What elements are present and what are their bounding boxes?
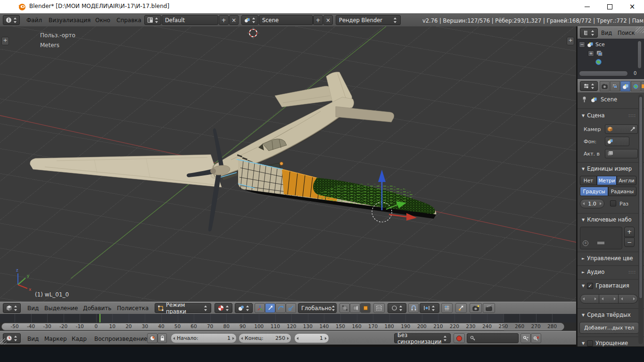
simplify-checkbox[interactable] — [587, 340, 593, 346]
outliner-row-renderlayers[interactable]: + — [588, 50, 603, 57]
frame-start-field[interactable]: Начало: 1 — [171, 333, 237, 343]
timeline-playhead[interactable] — [99, 314, 100, 322]
properties-vscrollbar[interactable] — [639, 96, 643, 299]
tab-render-layers[interactable] — [610, 81, 620, 91]
panel-header-color-management[interactable]: ► Управление цве — [582, 255, 633, 262]
expand-icon[interactable]: + — [588, 50, 594, 57]
close-button[interactable]: × — [621, 0, 643, 13]
unit-scale-slider[interactable]: 1.0 — [580, 199, 604, 208]
occlude-geometry-button[interactable] — [373, 303, 385, 313]
auto-keyframe-button[interactable] — [454, 333, 465, 343]
scene-name-field[interactable]: Scene — [259, 15, 313, 25]
gravity-x-field[interactable] — [580, 294, 599, 304]
proportional-edit-select[interactable] — [388, 303, 406, 313]
render-engine-select[interactable]: Рендер Blender — [336, 15, 401, 25]
menu-render[interactable]: Визуализация — [49, 17, 91, 24]
screen-layout-field[interactable]: Default — [162, 15, 218, 25]
unit-none-button[interactable]: Нет — [580, 176, 597, 185]
collapse-icon[interactable]: − — [579, 41, 585, 48]
rotate-manipulator-button[interactable] — [275, 303, 286, 313]
outliner-row-scene[interactable]: − Sce — [579, 41, 605, 48]
unit-imperial-button[interactable]: Англи — [617, 176, 636, 185]
unit-metric-button[interactable]: Метри — [597, 176, 617, 185]
corner-resize-widget[interactable] — [636, 27, 644, 33]
menu-add[interactable]: Добавить — [83, 305, 111, 312]
timeline-menu-playback[interactable]: Воспроизведение — [94, 336, 147, 342]
panel-header-audio[interactable]: ► Аудио — [582, 269, 604, 275]
editor-type-button-outliner[interactable] — [580, 28, 598, 38]
timeline-scrollbar[interactable] — [1, 323, 564, 330]
menu-mesh[interactable]: Полисетка — [117, 305, 149, 312]
opengl-render-animation-button[interactable] — [483, 303, 495, 313]
frame-end-field[interactable]: Конец: 250 — [239, 333, 291, 343]
outliner-vscrollbar[interactable] — [637, 41, 642, 69]
panel-header-gravity[interactable]: ▼ ✓ Гравитация — [582, 282, 629, 289]
translate-manipulator-button[interactable] — [265, 303, 275, 313]
scene-background-field[interactable] — [605, 137, 629, 146]
outliner-menu-search[interactable]: Поиск — [618, 30, 635, 36]
timeline-menu-frame[interactable]: Кадр — [72, 336, 87, 342]
sync-mode-select[interactable]: Без синхронизации — [394, 333, 451, 343]
separate-units-checkbox[interactable] — [610, 200, 616, 206]
timeline-ruler[interactable]: -50-40-30-20-100102030405060708090100110… — [0, 322, 576, 331]
add-scene-button[interactable]: + — [313, 15, 323, 25]
opengl-render-image-button[interactable] — [470, 303, 482, 313]
radians-button[interactable]: Радианы — [608, 187, 636, 196]
eyedropper-icon[interactable] — [630, 126, 636, 132]
gravity-y-field[interactable] — [599, 294, 619, 304]
viewport-3d-canvas[interactable]: z y x — [0, 26, 576, 302]
panel-header-scene[interactable]: ▼ Сцена — [582, 112, 605, 119]
manipulator-toggle-button[interactable] — [255, 303, 265, 313]
panel-drag-dots[interactable]: :::: — [628, 270, 636, 274]
manipulator-x-axis[interactable] — [389, 214, 407, 217]
editor-type-button-3dview[interactable] — [3, 303, 21, 313]
transform-orientation-select[interactable]: Глобально — [298, 303, 337, 313]
preview-range-button[interactable] — [147, 333, 157, 343]
snap-element-select[interactable] — [420, 303, 439, 313]
add-layout-button[interactable]: + — [219, 15, 229, 25]
outliner-menu-view[interactable]: Вид — [601, 30, 612, 36]
insert-keyframe-button[interactable] — [520, 333, 531, 343]
keying-sets-list[interactable]: + — [580, 227, 622, 249]
manipulator-z-arrow[interactable] — [378, 170, 386, 182]
viewport-3d[interactable]: z y x Польз.-орто Meters (1) wL_01_0 + + — [0, 26, 576, 302]
corner-resize-widget[interactable] — [0, 338, 7, 345]
degrees-button[interactable]: Градусы — [580, 187, 608, 196]
gravity-checkbox[interactable]: ✓ — [587, 283, 593, 289]
panel-header-rigidbody[interactable]: ▼ Среда твёрдых — [582, 312, 631, 318]
outliner-row-world[interactable] — [595, 58, 602, 67]
face-select-mode-button[interactable] — [360, 303, 371, 313]
snap-target-button[interactable] — [441, 303, 453, 313]
editor-type-button-properties[interactable] — [580, 81, 598, 91]
panel-header-simplify[interactable]: ▼ Упрощение — [582, 340, 628, 346]
vertex-select-mode-button[interactable] — [339, 303, 350, 313]
tab-scene[interactable] — [620, 81, 630, 91]
scale-manipulator-button[interactable] — [286, 303, 296, 313]
menu-view[interactable]: Вид — [27, 305, 39, 312]
timeline-canvas[interactable] — [0, 314, 576, 322]
timeline-menu-marker[interactable]: Маркер — [44, 336, 67, 342]
viewport-shading-select[interactable] — [215, 303, 232, 313]
scene-icon-button[interactable] — [241, 15, 258, 25]
toolshelf-expand-handle[interactable]: + — [1, 37, 9, 45]
menu-help[interactable]: Справка — [116, 17, 141, 24]
tab-render[interactable] — [600, 81, 610, 91]
panel-drag-dots[interactable]: :::: — [628, 113, 636, 118]
menu-select[interactable]: Выделение — [44, 305, 78, 312]
pin-icon[interactable] — [581, 96, 587, 103]
mode-select[interactable]: Режим правки — [155, 303, 211, 313]
active-clip-field[interactable] — [605, 149, 638, 158]
screen-layout-icon-button[interactable] — [144, 15, 161, 25]
tab-world[interactable] — [631, 81, 641, 91]
snap-toggle-button[interactable] — [408, 303, 419, 313]
add-rigidbody-world-button[interactable]: Добавит...дых тел — [579, 322, 639, 334]
snap-peel-button[interactable] — [455, 303, 467, 313]
outliner-body[interactable]: − Sce + 0 — [578, 39, 644, 79]
lock-time-button[interactable] — [157, 333, 167, 343]
edge-select-mode-button[interactable] — [350, 303, 360, 313]
list-add-icon[interactable]: + — [583, 240, 588, 246]
timeline-menu-view[interactable]: Вид — [27, 336, 39, 342]
outliner-item-label[interactable]: Sce — [595, 41, 605, 48]
keying-set-add-button[interactable]: + — [624, 227, 635, 237]
pivot-point-select[interactable] — [235, 303, 253, 313]
